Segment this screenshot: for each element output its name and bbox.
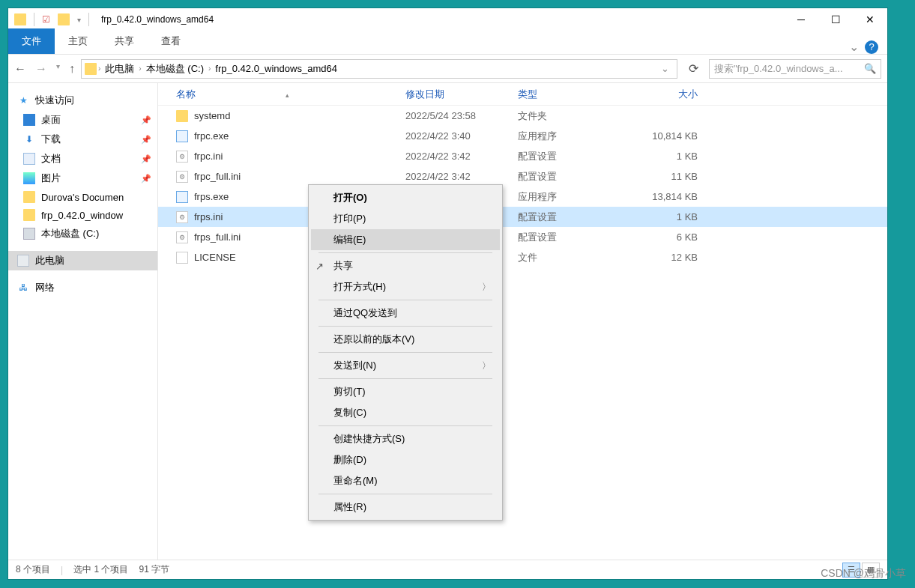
sidebar-desktop[interactable]: 桌面📌 (8, 110, 157, 130)
file-date: 2022/4/22 3:42 (405, 171, 518, 182)
file-name: systemd (194, 110, 230, 121)
status-bar: 8 个项目 | 选中 1 个项目 91 字节 ☰ ▦ (8, 560, 887, 579)
tab-view[interactable]: 查看 (148, 28, 194, 54)
col-header-size[interactable]: 大小 (623, 88, 698, 101)
title-bar: ☑ ▾ frp_0.42.0_windows_amd64 ─ ☐ ✕ (8, 8, 887, 31)
menu-sendto[interactable]: 发送到(N)〉 (311, 355, 500, 376)
up-button[interactable]: ↑ (69, 62, 75, 76)
search-placeholder: 搜索"frp_0.42.0_windows_a... (714, 62, 843, 76)
file-row[interactable]: systemd2022/5/24 23:58文件夹 (158, 106, 887, 126)
file-list-view: 名称▴ 修改日期 类型 大小 systemd2022/5/24 23:58文件夹… (158, 83, 887, 560)
qat-open-icon[interactable] (58, 13, 70, 25)
maximize-button[interactable]: ☐ (818, 8, 853, 31)
file-size: 11 KB (623, 171, 698, 182)
crumb-drive[interactable]: 本地磁盘 (C:) (143, 62, 207, 76)
menu-openwith[interactable]: 打开方式(H)〉 (311, 276, 500, 297)
menu-separator (318, 378, 492, 379)
file-row[interactable]: frpc_full.ini2022/4/22 3:42配置设置11 KB (158, 166, 887, 187)
sidebar-pictures[interactable]: 图片📌 (8, 169, 157, 188)
tab-share[interactable]: 共享 (101, 28, 148, 54)
file-name: LICENSE (194, 252, 236, 263)
file-row[interactable]: frps_full.ini配置设置6 KB (158, 227, 887, 247)
menu-properties[interactable]: 属性(R) (311, 497, 500, 518)
sidebar-documents[interactable]: 文档📌 (8, 149, 157, 169)
sidebar-frp[interactable]: frp_0.42.0_window (8, 206, 157, 224)
recent-dropdown-icon[interactable]: ▾ (56, 62, 60, 76)
qat-properties-icon[interactable]: ☑ (42, 14, 50, 25)
sidebar-cdrive[interactable]: 本地磁盘 (C:) (8, 224, 157, 243)
pin-icon: 📌 (141, 154, 151, 164)
crumb-thispc[interactable]: 此电脑 (102, 62, 137, 76)
menu-open[interactable]: 打开(O) (311, 187, 500, 208)
file-icon (176, 171, 188, 183)
file-size: 1 KB (623, 211, 698, 222)
sidebar-thispc[interactable]: 此电脑 (8, 251, 157, 270)
file-row[interactable]: frpc.exe2022/4/22 3:40应用程序10,814 KB (158, 126, 887, 146)
menu-share[interactable]: ↗共享 (311, 255, 500, 276)
tab-home[interactable]: 主页 (55, 28, 101, 54)
help-icon[interactable]: ? (865, 40, 878, 54)
tab-file[interactable]: 文件 (8, 28, 55, 54)
file-type: 应用程序 (518, 190, 623, 204)
back-button[interactable]: ← (14, 62, 26, 76)
file-type: 文件 (518, 251, 623, 264)
col-header-name[interactable]: 名称▴ (158, 88, 405, 101)
menu-cut[interactable]: 剪切(T) (311, 381, 500, 402)
sidebar-quick-access[interactable]: ★快速访问 (8, 91, 157, 110)
file-name: frpc_full.ini (194, 171, 241, 182)
navigation-pane: ★快速访问 桌面📌 ⬇下载📌 文档📌 图片📌 Durova's Documen … (8, 83, 158, 560)
file-date: 2022/5/24 23:58 (405, 110, 518, 121)
sidebar-network[interactable]: 🖧网络 (8, 278, 157, 297)
submenu-arrow-icon: 〉 (482, 281, 491, 294)
file-icon (176, 151, 188, 163)
watermark: CSDN @鸡骨小草 (821, 567, 906, 581)
file-row[interactable]: frps.ini配置设置1 KB (158, 207, 887, 227)
file-size: 12 KB (623, 252, 698, 263)
sidebar-downloads[interactable]: ⬇下载📌 (8, 130, 157, 149)
menu-separator (318, 494, 492, 494)
status-item-count: 8 个项目 (16, 563, 50, 576)
menu-restore[interactable]: 还原以前的版本(V) (311, 329, 500, 350)
col-header-date[interactable]: 修改日期 (405, 88, 518, 101)
refresh-button[interactable]: ⟳ (683, 59, 703, 79)
file-icon (176, 130, 188, 142)
close-button[interactable]: ✕ (853, 8, 887, 31)
qat-dropdown-icon[interactable]: ▾ (77, 16, 81, 24)
file-type: 配置设置 (518, 150, 623, 163)
file-name: frps.exe (194, 191, 229, 202)
file-row[interactable]: frpc.ini2022/4/22 3:42配置设置1 KB (158, 146, 887, 166)
file-row[interactable]: frps.exe2022/4/22 3:40应用程序13,814 KB (158, 187, 887, 207)
file-row[interactable]: LICENSE文件12 KB (158, 247, 887, 267)
file-icon (176, 252, 188, 264)
context-menu: 打开(O) 打印(P) 编辑(E) ↗共享 打开方式(H)〉 通过QQ发送到 还… (308, 184, 503, 521)
search-icon[interactable]: 🔍 (864, 63, 876, 74)
file-name: frps.ini (194, 211, 223, 222)
menu-copy[interactable]: 复制(C) (311, 402, 500, 423)
address-bar[interactable]: › 此电脑 › 本地磁盘 (C:) › frp_0.42.0_windows_a… (81, 59, 677, 79)
file-type: 配置设置 (518, 231, 623, 244)
minimize-button[interactable]: ─ (784, 8, 818, 31)
address-folder-icon (85, 63, 97, 75)
crumb-folder[interactable]: frp_0.42.0_windows_amd64 (212, 63, 340, 74)
file-type: 应用程序 (518, 130, 623, 143)
ribbon-expand-icon[interactable]: ⌄ (849, 40, 859, 54)
menu-edit[interactable]: 编辑(E) (311, 229, 500, 250)
file-size: 6 KB (623, 231, 698, 243)
menu-rename[interactable]: 重命名(M) (311, 470, 500, 491)
file-type: 配置设置 (518, 210, 623, 224)
menu-qq[interactable]: 通过QQ发送到 (311, 303, 500, 324)
pin-icon: 📌 (141, 174, 151, 184)
file-icon (176, 191, 188, 203)
menu-separator (318, 300, 492, 300)
address-dropdown-icon[interactable]: ⌄ (656, 63, 674, 74)
file-type: 配置设置 (518, 170, 623, 184)
menu-delete[interactable]: 删除(D) (311, 449, 500, 470)
col-header-type[interactable]: 类型 (518, 88, 623, 101)
file-name: frpc.exe (194, 130, 229, 142)
menu-print[interactable]: 打印(P) (311, 208, 500, 229)
menu-shortcut[interactable]: 创建快捷方式(S) (311, 428, 500, 449)
sidebar-durova[interactable]: Durova's Documen (8, 188, 157, 206)
window-title: frp_0.42.0_windows_amd64 (101, 14, 214, 25)
forward-button[interactable]: → (35, 62, 47, 76)
search-box[interactable]: 搜索"frp_0.42.0_windows_a... 🔍 (709, 59, 881, 79)
